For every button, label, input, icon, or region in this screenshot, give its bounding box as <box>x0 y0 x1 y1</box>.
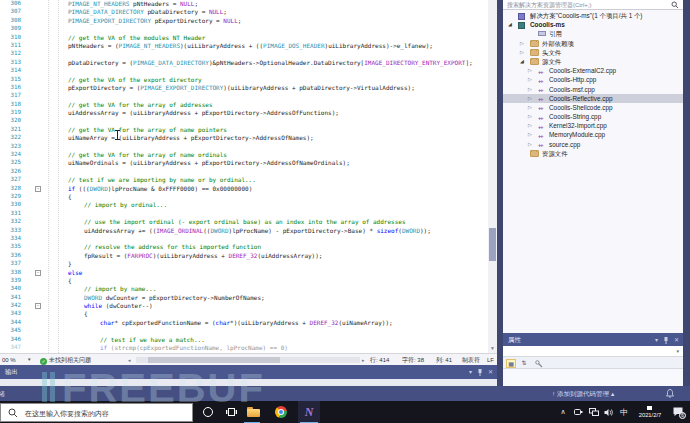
fold-collapse-icon[interactable]: − <box>35 186 41 192</box>
code-line[interactable]: 340// import by name... <box>0 285 497 293</box>
pin-icon[interactable] <box>477 369 483 376</box>
notifications-bell-icon[interactable] <box>666 389 674 398</box>
tree-item[interactable]: 资源文件 <box>503 149 683 158</box>
tray-clock[interactable]: 2021/2/7 <box>632 401 668 423</box>
code-line[interactable]: 336fpResult = (FARPROC)(uiLibraryAddress… <box>0 252 497 260</box>
code-line[interactable]: 329{ <box>0 193 497 201</box>
code-editor[interactable]: 306PIMAGE_NT_HEADERS pNtHeaders = NULL;3… <box>0 0 497 353</box>
tree-item[interactable]: ▷++Cooolis-ExternalC2.cpp <box>503 66 683 75</box>
code-line[interactable]: 309 <box>0 25 497 33</box>
code-line[interactable]: 320 <box>0 117 497 125</box>
tray-volume-button[interactable] <box>601 401 616 423</box>
tree-item[interactable]: ▷++MemoryModule.cpp <box>503 130 683 139</box>
expander-expanded-icon[interactable]: ◢ <box>520 57 524 66</box>
code-line[interactable]: 315// get the VA of the export directory <box>0 76 497 84</box>
code-line[interactable]: 311pNtHeaders = (PIMAGE_NT_HEADERS)(uiLi… <box>0 42 497 50</box>
expander-collapsed-icon[interactable]: ▷ <box>528 112 532 121</box>
code-line[interactable]: 343{ <box>0 310 497 318</box>
tray-ime-indicator[interactable]: 中 <box>617 401 631 423</box>
code-line[interactable]: 313pDataDirectory = (PIMAGE_DATA_DIRECTO… <box>0 59 497 67</box>
tree-item[interactable]: ▷++Cooolis-Shellcode.cpp <box>503 103 683 112</box>
code-line[interactable]: 346// test if we have a match... <box>0 336 497 344</box>
expander-collapsed-icon[interactable]: ▷ <box>520 39 524 48</box>
add-to-source-control-button[interactable]: ↑ 添加到源代码管理 ▴ <box>552 386 614 401</box>
code-line[interactable]: 337} <box>0 260 497 268</box>
editor-vertical-scrollbar[interactable]: ▼ <box>488 0 497 353</box>
file-explorer-button[interactable] <box>242 401 264 423</box>
code-line[interactable]: 334 <box>0 235 497 243</box>
properties-panel-titlebar[interactable]: 属性 ▾ ✕ <box>503 333 683 346</box>
tray-show-hidden-icons-button[interactable]: ∧ <box>556 401 570 423</box>
code-line[interactable]: 327// test if we are importing by name o… <box>0 176 497 184</box>
expander-collapsed-icon[interactable]: ▷ <box>528 103 532 112</box>
tree-item[interactable]: ▷头文件 <box>503 48 683 57</box>
tree-item[interactable]: 解决方案"Cooolis-ms"(1 个项目/共 1 个) <box>503 11 683 20</box>
expander-collapsed-icon[interactable]: ▷ <box>528 66 532 75</box>
code-line[interactable]: 324// get the VA for the array of name o… <box>0 151 497 159</box>
fold-collapse-icon[interactable]: − <box>35 303 41 309</box>
fold-collapse-icon[interactable]: − <box>35 270 41 276</box>
code-line[interactable]: 339{ <box>0 277 497 285</box>
code-line[interactable]: 342−while (dwCounter--) <box>0 302 497 310</box>
tree-item[interactable]: ▷外部依赖项 <box>503 39 683 48</box>
code-line[interactable]: 308PIMAGE_EXPORT_DIRECTORY pExportDirect… <box>0 17 497 25</box>
window-position-icon[interactable]: ▾ <box>469 365 472 379</box>
code-line[interactable]: 321// get the VA for the array of name p… <box>0 126 497 134</box>
expander-collapsed-icon[interactable]: ▷ <box>528 121 532 130</box>
visual-studio-button[interactable]: N <box>298 401 320 423</box>
code-line[interactable]: 306PIMAGE_NT_HEADERS pNtHeaders = NULL; <box>0 0 497 8</box>
task-view-button[interactable] <box>220 401 242 423</box>
properties-object-dropdown[interactable]: ▾ <box>503 346 683 357</box>
output-panel-titlebar[interactable]: 输出 ▾ ✕ <box>0 365 497 379</box>
tree-item[interactable]: ▷++Cooolis-Reflective.cpp <box>503 94 683 103</box>
search-icon[interactable] <box>671 1 679 9</box>
tree-item[interactable]: ◢源文件 <box>503 57 683 66</box>
code-line[interactable]: 325uiNameOrdinals = (uiLibraryAddress + … <box>0 159 497 167</box>
expander-collapsed-icon[interactable]: ▷ <box>528 130 532 139</box>
code-line[interactable]: 341DWORD dwCounter = pExportDirectory->N… <box>0 294 497 302</box>
solution-explorer-search-input[interactable]: 搜索解决方案资源管理器(Ctrl+;) <box>503 0 683 10</box>
tree-item[interactable]: ▷++source.cpp <box>503 140 683 149</box>
scrollbar-thumb[interactable] <box>148 357 280 363</box>
tree-item[interactable]: ▷++Cooolis-String.cpp <box>503 112 683 121</box>
code-line[interactable]: 322uiNameArray = (uiLibraryAddress + pEx… <box>0 134 497 142</box>
expander-collapsed-icon[interactable]: ▷ <box>528 140 532 149</box>
code-line[interactable]: 312 <box>0 50 497 58</box>
tray-hardware-button[interactable] <box>571 401 585 423</box>
code-line[interactable]: 319uiAddressArray = (uiLibraryAddress + … <box>0 109 497 117</box>
code-line[interactable]: 323 <box>0 143 497 151</box>
expander-collapsed-icon[interactable]: ▷ <box>520 48 524 57</box>
cortana-button[interactable] <box>197 401 219 423</box>
close-icon[interactable]: ✕ <box>488 365 493 379</box>
scrollbar-thumb[interactable] <box>489 228 496 261</box>
tree-item[interactable]: 引用 <box>503 29 683 38</box>
horizontal-scrollbar[interactable] <box>136 357 360 363</box>
code-line[interactable]: 317 <box>0 92 497 100</box>
categorized-view-button[interactable]: ▦ <box>506 359 516 368</box>
code-line[interactable]: 338−else <box>0 269 497 277</box>
tree-item[interactable]: ▷++Cooolis-msf.cpp <box>503 85 683 94</box>
code-line[interactable]: 318// get the VA for the array of addres… <box>0 101 497 109</box>
taskbar-search-input[interactable]: 在这里输入你要搜索的内容 <box>0 403 193 422</box>
window-position-icon[interactable]: ▾ <box>655 334 658 347</box>
tree-item[interactable]: ▷++Cooolis-Http.cpp <box>503 75 683 84</box>
code-line[interactable]: 335// resolve the address for this impor… <box>0 243 497 251</box>
code-line[interactable]: 332// use the import ordinal (- export o… <box>0 218 497 226</box>
action-center-button[interactable]: 6 <box>669 401 687 423</box>
tray-display-button[interactable] <box>586 401 601 423</box>
scroll-down-arrow-icon[interactable]: ▼ <box>488 343 497 353</box>
code-line[interactable]: 326 <box>0 168 497 176</box>
tree-item[interactable]: ◢Cooolis-ms <box>503 20 683 29</box>
close-icon[interactable]: ✕ <box>674 334 679 347</box>
code-line[interactable]: 328−if (((DWORD)lpProcName & 0xFFFF0000)… <box>0 185 497 193</box>
code-line[interactable]: 347if (strcmp(cpExportedFunctionName, lp… <box>0 344 497 352</box>
code-line[interactable]: 333uiAddressArray += ((IMAGE_ORDINAL((DW… <box>0 227 497 235</box>
tree-item[interactable]: ▷++Kernel32-Import.cpp <box>503 121 683 130</box>
expander-expanded-icon[interactable]: ◢ <box>508 20 512 29</box>
code-line[interactable]: 331 <box>0 210 497 218</box>
code-line[interactable]: 310// get the VA of the modules NT Heade… <box>0 34 497 42</box>
expander-collapsed-icon[interactable]: ▷ <box>528 94 532 103</box>
scroll-right-arrow-icon[interactable]: ▸ <box>362 357 365 363</box>
chrome-button[interactable] <box>270 401 292 423</box>
expander-collapsed-icon[interactable]: ▷ <box>528 75 532 84</box>
